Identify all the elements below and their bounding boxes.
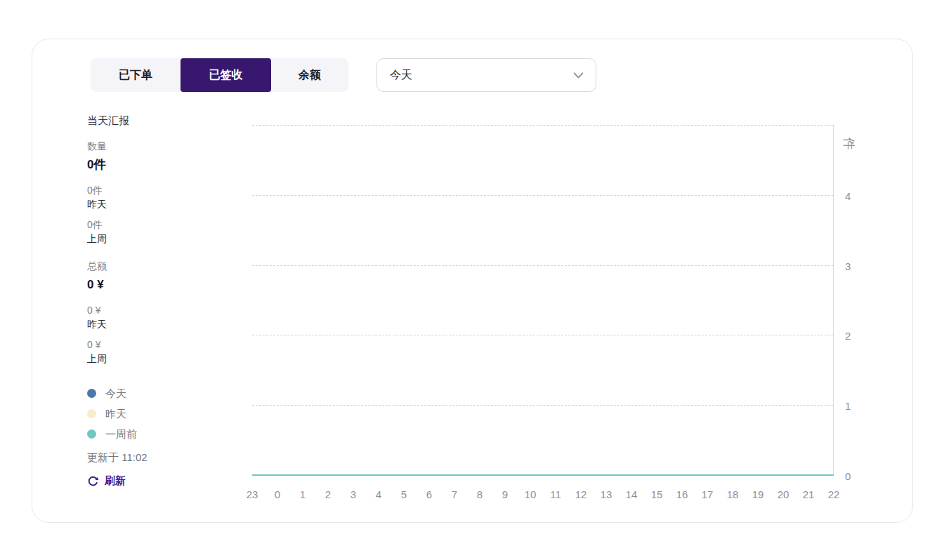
x-tick-label-23: 23 [247,489,258,500]
period-select[interactable]: 今天 [376,58,596,92]
x-tick-label-8: 8 [477,489,483,500]
x-tick-label-13: 13 [601,489,612,500]
total-yesterday-value: 0 ¥ [87,304,245,317]
legend-dot-week-ago [87,429,96,439]
quantity-last-week: 0件 上周 [87,218,245,246]
summary-panel: 当天汇报 数量 0件 0件 昨天 0件 上周 总额 0 ¥ 0 ¥ 昨天 0 ¥… [87,114,245,490]
gridline-4 [252,195,834,196]
dashboard-card: 已下单 已签收 余额 今天 当天汇报 数量 0件 0件 昨天 0件 上周 总额 … [32,39,913,523]
gridline-2 [252,335,834,335]
x-tick-label-6: 6 [426,489,432,500]
legend-item-week-ago: 一周前 [87,427,245,441]
updated-timestamp: 更新于 11:02 [87,451,245,465]
gridline-3 [252,265,834,266]
series-line-一周前 [252,474,834,476]
gridline-5 [252,125,834,126]
x-tick-label-1: 1 [300,489,306,500]
x-tick-label-19: 19 [752,489,764,500]
quantity-label: 数量 [87,140,245,153]
period-select-value: 今天 [390,68,572,83]
quantity-yesterday-value: 0件 [87,184,245,197]
y-axis-line [833,126,834,476]
refresh-button[interactable]: 刷新 [87,474,126,488]
x-tick-label-12: 12 [575,489,587,500]
x-tick-label-3: 3 [350,489,356,500]
quantity-last-week-value: 0件 [87,218,245,232]
chevron-down-icon [572,69,584,81]
x-tick-label-18: 18 [727,489,739,500]
refresh-icon [87,475,99,487]
x-tick-label-14: 14 [626,489,638,500]
quantity-value: 0件 [87,156,245,173]
total-last-week: 0 ¥ 上周 [87,338,245,366]
y-tick-label-4: 4 [845,190,851,201]
x-tick-label-2: 2 [325,489,331,500]
total-yesterday: 0 ¥ 昨天 [87,304,245,331]
quantity-yesterday-label: 昨天 [87,197,245,211]
x-tick-label-9: 9 [502,489,508,500]
x-tick-label-22: 22 [828,489,840,500]
total-label: 总额 [87,260,245,273]
x-tick-label-20: 20 [778,489,789,500]
x-tick-label-4: 4 [376,489,381,500]
quantity-last-week-label: 上周 [87,232,245,246]
chart-legend: 今天 昨天 一周前 [87,387,245,441]
total-last-week-value: 0 ¥ [87,338,245,352]
legend-item-yesterday: 昨天 [87,407,245,420]
x-tick-label-5: 5 [401,489,407,500]
refresh-button-label: 刷新 [105,474,126,488]
tab-balance[interactable]: 余额 [271,58,348,92]
legend-label-week-ago: 一周前 [105,427,137,441]
plot-area: 件 01234230123456789101112131415161718192… [252,126,834,476]
tab-received[interactable]: 已签收 [181,58,271,92]
x-tick-label-7: 7 [452,489,457,500]
legend-dot-today [87,389,96,398]
hourly-line-chart: 件 01234230123456789101112131415161718192… [252,126,834,476]
quantity-yesterday: 0件 昨天 [87,184,245,211]
total-last-week-label: 上周 [87,352,245,366]
legend-item-today: 今天 [87,387,245,400]
panel-title: 当天汇报 [87,114,245,128]
x-tick-label-17: 17 [702,489,714,500]
chart-type-tabs: 已下单 已签收 余额 [91,58,348,92]
x-tick-label-11: 11 [550,489,561,500]
y-axis-title: 件 [841,138,857,149]
x-tick-label-10: 10 [525,489,537,500]
y-tick-label-3: 3 [845,260,851,271]
legend-label-yesterday: 昨天 [105,407,126,420]
total-yesterday-label: 昨天 [87,317,245,331]
x-tick-label-21: 21 [803,489,815,500]
y-tick-label-0: 0 [845,471,851,481]
total-value: 0 ¥ [87,276,245,293]
x-tick-label-16: 16 [676,489,688,500]
tab-ordered[interactable]: 已下单 [91,58,181,92]
legend-dot-yesterday [87,409,96,418]
gridline-1 [252,405,834,406]
x-tick-label-15: 15 [651,489,663,500]
y-tick-label-2: 2 [845,331,851,341]
legend-label-today: 今天 [105,387,126,400]
y-tick-label-1: 1 [845,401,851,411]
x-tick-label-0: 0 [275,489,280,500]
